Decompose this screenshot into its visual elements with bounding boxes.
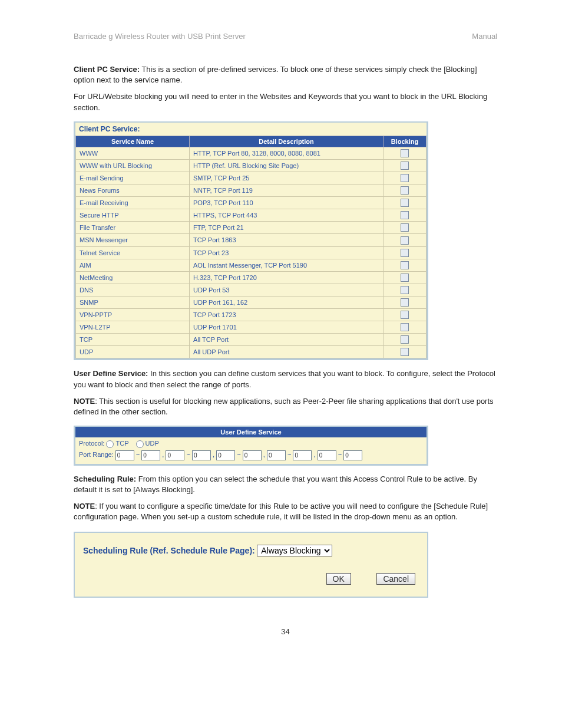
port-range-separator: , [160, 451, 166, 458]
blocking-checkbox[interactable] [401, 298, 409, 307]
blocking-checkbox[interactable] [401, 335, 409, 344]
service-desc-cell: NNTP, TCP Port 119 [190, 185, 384, 197]
service-desc-cell: UDP Port 1701 [190, 321, 384, 334]
blocking-checkbox[interactable] [401, 249, 409, 257]
port-tilde: ~ [134, 451, 142, 458]
blocking-checkbox[interactable] [401, 211, 409, 219]
header-title: Barricade g Wireless Router with USB Pri… [74, 32, 246, 41]
client-pc-service-title: Client PC Service: [75, 123, 427, 136]
blocking-cell [384, 185, 427, 197]
blocking-cell [384, 346, 427, 358]
protocol-udp-radio[interactable] [136, 440, 144, 448]
port-range-separator: , [312, 451, 317, 458]
service-desc-cell: POP3, TCP Port 110 [190, 197, 384, 209]
table-row: AIMAOL Instant Messenger, TCP Port 5190 [76, 259, 427, 271]
blocking-cell [384, 308, 427, 321]
blocking-cell [384, 321, 427, 334]
table-row: WWW with URL BlockingHTTP (Ref. URL Bloc… [76, 159, 427, 172]
service-desc-cell: TCP Port 23 [190, 246, 384, 259]
blocking-checkbox[interactable] [401, 236, 409, 245]
blocking-checkbox[interactable] [401, 274, 409, 282]
table-row: E-mail ReceivingPOP3, TCP Port 110 [76, 197, 427, 209]
service-name-cell: AIM [76, 259, 190, 271]
port-from-input[interactable]: 0 [216, 450, 235, 460]
blocking-checkbox[interactable] [401, 174, 409, 182]
table-row: MSN MessengerTCP Port 1863 [76, 234, 427, 246]
blocking-checkbox[interactable] [401, 261, 409, 269]
table-row: VPN-L2TPUDP Port 1701 [76, 321, 427, 334]
port-to-input[interactable]: 0 [293, 450, 312, 460]
port-tilde: ~ [235, 451, 243, 458]
blocking-checkbox[interactable] [401, 323, 409, 331]
protocol-tcp-radio[interactable] [106, 440, 114, 448]
sched-note-text: : If you want to configure a specific ti… [74, 502, 488, 521]
service-name-cell: VPN-L2TP [76, 321, 190, 334]
port-tilde: ~ [336, 451, 344, 458]
port-to-input[interactable]: 0 [243, 450, 262, 460]
table-row: TCPAll TCP Port [76, 334, 427, 346]
sched-select[interactable]: Always Blocking [257, 545, 332, 556]
blocking-checkbox[interactable] [401, 223, 409, 232]
col-detail-desc: Detail Description [190, 136, 384, 147]
blocking-checkbox[interactable] [401, 149, 409, 157]
blocking-checkbox[interactable] [401, 311, 409, 319]
service-desc-cell: FTP, TCP Port 21 [190, 222, 384, 234]
uds-note-paragraph: NOTE: This section is useful for blockin… [74, 396, 497, 417]
uds-label: User Define Service: [74, 369, 148, 378]
blocking-checkbox[interactable] [401, 186, 409, 195]
client-pc-service-table: Service Name Detail Description Blocking… [75, 136, 427, 359]
port-from-input[interactable]: 0 [115, 450, 134, 460]
port-to-input[interactable]: 0 [192, 450, 211, 460]
cancel-button[interactable]: Cancel [376, 573, 415, 585]
url-blocking-paragraph: For URL/Website blocking you will need t… [74, 91, 497, 113]
sched-note-paragraph: NOTE: If you want to configure a specifi… [74, 501, 497, 522]
uds-note-label: NOTE [74, 397, 95, 406]
service-name-cell: MSN Messenger [76, 234, 190, 246]
table-row: Telnet ServiceTCP Port 23 [76, 246, 427, 259]
page-number: 34 [74, 627, 497, 636]
sched-paragraph: Scheduling Rule: From this option you ca… [74, 474, 497, 495]
blocking-cell [384, 246, 427, 259]
service-desc-cell: HTTPS, TCP Port 443 [190, 209, 384, 222]
port-from-input[interactable]: 0 [318, 450, 336, 460]
service-name-cell: UDP [76, 346, 190, 358]
port-to-input[interactable]: 0 [343, 450, 362, 460]
port-range-separator: , [262, 451, 267, 458]
service-desc-cell: All UDP Port [190, 346, 384, 358]
table-row: News ForumsNNTP, TCP Port 119 [76, 185, 427, 197]
ok-button[interactable]: OK [326, 573, 351, 585]
blocking-cell [384, 334, 427, 346]
service-name-cell: E-mail Sending [76, 172, 190, 184]
client-pc-paragraph: Client PC Service: This is a section of … [74, 64, 497, 85]
uds-note-text: : This section is useful for blocking ne… [74, 397, 494, 416]
port-to-input[interactable]: 0 [141, 450, 160, 460]
table-row: Secure HTTPHTTPS, TCP Port 443 [76, 209, 427, 222]
blocking-cell [384, 234, 427, 246]
port-range-label: Port Range: [79, 451, 114, 458]
scheduling-rule-panel: Scheduling Rule (Ref. Schedule Rule Page… [74, 532, 428, 598]
service-desc-cell: UDP Port 161, 162 [190, 296, 384, 308]
port-from-input[interactable]: 0 [267, 450, 286, 460]
port-tilde: ~ [286, 451, 293, 458]
service-name-cell: DNS [76, 284, 190, 296]
service-name-cell: WWW [76, 147, 190, 159]
service-name-cell: Secure HTTP [76, 209, 190, 222]
protocol-label: Protocol: [79, 440, 104, 447]
blocking-cell [384, 147, 427, 159]
sched-note-label: NOTE [74, 502, 95, 510]
service-desc-cell: All TCP Port [190, 334, 384, 346]
blocking-cell [384, 209, 427, 222]
protocol-udp-label: UDP [146, 440, 159, 447]
blocking-checkbox[interactable] [401, 286, 409, 294]
blocking-cell [384, 197, 427, 209]
blocking-checkbox[interactable] [401, 162, 409, 170]
port-from-input[interactable]: 0 [166, 450, 184, 460]
blocking-cell [384, 259, 427, 271]
blocking-checkbox[interactable] [401, 199, 409, 207]
client-pc-label: Client PC Service: [74, 65, 140, 74]
service-desc-cell: TCP Port 1863 [190, 234, 384, 246]
table-row: NetMeetingH.323, TCP Port 1720 [76, 271, 427, 284]
blocking-checkbox[interactable] [401, 348, 409, 356]
table-row: SNMPUDP Port 161, 162 [76, 296, 427, 308]
protocol-tcp-label: TCP [115, 440, 128, 447]
